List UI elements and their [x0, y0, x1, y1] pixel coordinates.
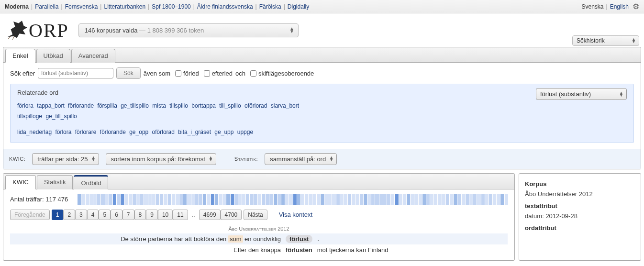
related-word-link[interactable]: oförlorad [152, 129, 175, 135]
compile-dropdown[interactable]: sammanställ på: ord ▲▼ [265, 153, 337, 165]
view-context-link[interactable]: Visa kontext [279, 211, 313, 218]
page-button[interactable]: 1 [52, 210, 64, 220]
related-word-link[interactable]: borttappa [191, 102, 216, 109]
results-tabs: KWICStatistikOrdbild [3, 174, 514, 189]
related-word-link[interactable]: slarva_bort [271, 102, 299, 109]
related-word-link[interactable]: ge_tillspillo [121, 102, 149, 109]
related-word-link[interactable]: förlorande [68, 102, 94, 109]
hits-per-page-dropdown[interactable]: träffar per sida: 25 ▲▼ [32, 153, 99, 165]
mode-link[interactable]: Fornsvenska [65, 3, 98, 10]
related-word-link[interactable]: oförlorad [244, 102, 267, 109]
related-word-link[interactable]: tillspilloge [17, 113, 42, 120]
stats-label: Statistik: [234, 156, 258, 162]
related-word-link[interactable]: förlora [55, 129, 71, 135]
and-label: och [235, 70, 245, 77]
related-sense-dropdown[interactable]: förlust (substantiv) ▲▼ [536, 88, 627, 100]
tab-kwic[interactable]: KWIC [5, 175, 36, 189]
tab-enkel[interactable]: Enkel [5, 49, 35, 63]
results-panel: KWICStatistikOrdbild Antal träffar: 117 … [3, 173, 515, 261]
mode-link[interactable]: Moderna [5, 3, 29, 10]
lang-link[interactable]: Svenska [581, 3, 603, 10]
page-button[interactable]: 2 [63, 210, 75, 220]
related-word-link[interactable]: bita_i_gräset [178, 129, 211, 135]
tab-statistik[interactable]: Statistik [37, 175, 73, 189]
hits-label: Antal träffar: 117 476 [10, 196, 68, 203]
related-word-link[interactable]: lida_nederlag [17, 129, 52, 135]
lang-link[interactable]: English [610, 3, 629, 10]
kwic-corpus-heading: Åbo Underrättelser 2012 [10, 224, 508, 233]
prev-page-button[interactable]: Föregående [10, 210, 50, 220]
corpus-selector[interactable]: 146 korpusar valda — 1 808 399 306 token… [78, 23, 299, 37]
mode-link[interactable]: Digidaily [288, 3, 309, 10]
mode-link[interactable]: Litteraturbanken [104, 3, 145, 10]
search-button[interactable]: Sök [116, 67, 141, 79]
related-word-link[interactable]: mista [152, 102, 166, 109]
kwic-results: Åbo Underrättelser 2012 De större partie… [10, 224, 508, 255]
match-token[interactable]: förlusten [286, 246, 312, 254]
related-word-link[interactable]: till_spillo [219, 102, 241, 109]
mode-link[interactable]: Färöiska [259, 3, 281, 10]
case-insensitive-checkbox[interactable]: skiftlägesoberoende [250, 70, 314, 77]
chevron-updown-icon: ▲▼ [289, 27, 294, 33]
chevron-updown-icon: ▲▼ [632, 38, 636, 43]
ordattr-heading: ordattribut [525, 224, 635, 232]
related-words-box: Relaterade ord förlust (substantiv) ▲▼ f… [10, 84, 634, 143]
page-button[interactable]: 8 [134, 210, 146, 220]
kwic-label: KWIC: [9, 156, 25, 162]
page-button[interactable]: 9 [146, 210, 158, 220]
chevron-updown-icon: ▲▼ [209, 156, 213, 161]
search-panel: EnkelUtökadAvancerad Sök efter Sök även … [3, 47, 641, 169]
page-button[interactable]: 7 [122, 210, 134, 220]
search-input[interactable] [38, 68, 113, 78]
related-word-link[interactable]: förlorare [75, 129, 97, 135]
page-button[interactable]: 10 [158, 210, 173, 220]
token-info-sidebar: Korpus Åbo Underrättelser 2012 textattri… [519, 173, 641, 261]
logo[interactable]: ORP [5, 17, 69, 43]
mode-link[interactable]: Spf 1800–1900 [152, 3, 190, 10]
related-word-link[interactable]: förlora [17, 102, 33, 109]
korpus-heading: Korpus [525, 180, 635, 188]
related-word-link[interactable]: ge_till_spillo [45, 113, 77, 120]
chevron-updown-icon: ▲▼ [91, 156, 96, 161]
search-history-dropdown[interactable]: Sökhistorik ▲▼ [572, 35, 639, 46]
corpus-distribution-viz[interactable] [78, 194, 508, 205]
next-page-button[interactable]: Nästa [244, 210, 267, 220]
tab-utökad[interactable]: Utökad [36, 49, 70, 63]
sort-dropdown[interactable]: sortera inom korpus på: förekomst ▲▼ [106, 153, 216, 165]
related-word-link[interactable]: förlorande [100, 129, 126, 135]
prefix-checkbox[interactable]: förled [175, 70, 199, 77]
kwic-row[interactable]: Efter den knappa förlustenmot tjeckerna … [10, 244, 508, 255]
page-button[interactable]: 4 [87, 210, 99, 220]
related-title: Relaterade ord [17, 89, 627, 96]
page-button[interactable]: 4699 [199, 210, 221, 220]
related-word-link[interactable]: ge_upp [214, 129, 233, 135]
page-button[interactable]: 4700 [221, 210, 242, 220]
related-row: förlora tappa_bort förlorande förspilla … [17, 101, 323, 122]
corpus-count: 146 korpusar valda [85, 27, 138, 34]
suffix-checkbox[interactable]: efterled [204, 70, 233, 77]
related-word-link[interactable]: tillspillo [169, 102, 188, 109]
tab-ordbild[interactable]: Ordbild [74, 175, 108, 189]
page-button[interactable]: 11 [173, 210, 188, 220]
related-word-link[interactable]: uppge [237, 129, 253, 135]
kwic-row[interactable]: De större partierna har att bokföra den … [10, 233, 508, 244]
page-button[interactable]: 6 [111, 210, 122, 220]
related-word-link[interactable]: tappa_bort [37, 102, 64, 109]
corpus-tokens: 1 808 399 306 token [147, 27, 204, 34]
gear-icon[interactable]: ⚙ [633, 2, 639, 11]
chevron-updown-icon: ▲▼ [619, 92, 623, 97]
tab-avancerad[interactable]: Avancerad [71, 49, 115, 63]
match-token[interactable]: förlust [286, 235, 312, 243]
mode-link[interactable]: Parallella [35, 3, 58, 10]
page-button[interactable]: 3 [75, 210, 87, 220]
search-label: Sök efter [10, 70, 35, 77]
mode-link[interactable]: Äldre finlandssvenska [197, 3, 253, 10]
page-button[interactable]: 5 [99, 210, 111, 220]
also-as-label: även som [144, 70, 170, 77]
related-word-link[interactable]: ge_opp [129, 129, 148, 135]
pager: Föregående 1234567891011 .. 46994700 Näs… [10, 210, 508, 220]
textattr-heading: textattribut [525, 202, 635, 210]
top-nav-bar: Moderna|Parallella|Fornsvenska|Litteratu… [0, 0, 644, 13]
related-word-link[interactable]: förspilla [97, 102, 117, 109]
mode-links: Moderna|Parallella|Fornsvenska|Litteratu… [5, 3, 309, 10]
